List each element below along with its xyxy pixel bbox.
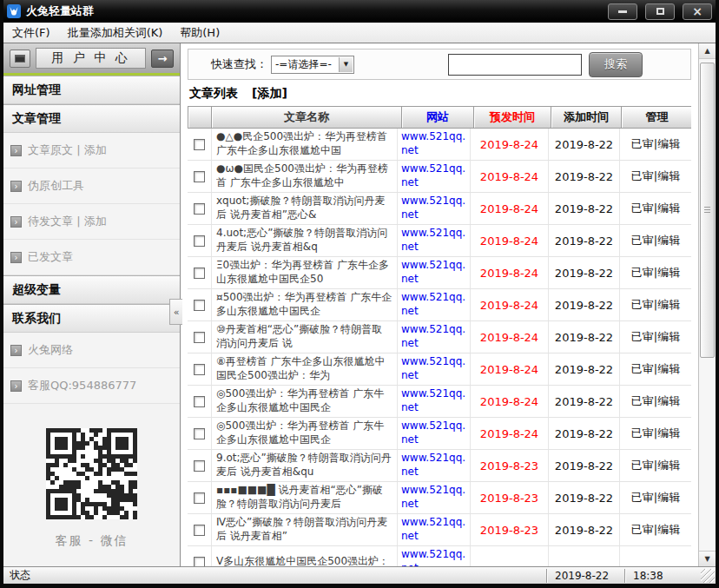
- row-checkbox[interactable]: [194, 525, 205, 536]
- quick-find-select[interactable]: -=请选择=- ▼: [271, 56, 354, 74]
- sidebar-collapse-button[interactable]: «: [169, 299, 182, 325]
- site-link[interactable]: www.521qq.net: [398, 321, 471, 353]
- manage-links[interactable]: 已审|编辑: [620, 386, 691, 417]
- manage-links[interactable]: 已审|编辑: [620, 482, 691, 513]
- row-checkbox[interactable]: [194, 557, 205, 567]
- sidebar-section-url-management[interactable]: 网址管理: [3, 76, 180, 104]
- header-manage[interactable]: 管理: [621, 106, 691, 129]
- resize-grip[interactable]: [701, 569, 715, 583]
- sidebar-section-contact-us[interactable]: 联系我们: [3, 304, 180, 333]
- row-checkbox[interactable]: [194, 492, 205, 504]
- header-checkbox-cell[interactable]: [188, 106, 212, 129]
- row-checkbox[interactable]: [194, 364, 205, 375]
- predate-value: 2019-8-23: [471, 514, 549, 545]
- row-checkbox[interactable]: [194, 235, 205, 247]
- table-row: Ξ0强出炉：华为再登榜首 广东牛企多山东很尴尬中国民企50 www.521qq.…: [188, 257, 691, 289]
- add-article-link[interactable]: [添加]: [252, 86, 287, 102]
- manage-links[interactable]: 已审|编辑: [620, 257, 691, 288]
- menu-file[interactable]: 文件(F): [3, 23, 59, 43]
- manage-links[interactable]: 已审|编辑: [620, 289, 691, 320]
- maximize-button[interactable]: [645, 3, 675, 20]
- scroll-down-button[interactable]: ▼: [699, 551, 716, 566]
- sidebar-item-label: 已发文章: [28, 249, 73, 265]
- go-button[interactable]: →: [151, 50, 174, 68]
- row-checkbox[interactable]: [194, 268, 205, 279]
- site-link[interactable]: www.521qq.net: [398, 129, 471, 160]
- site-link[interactable]: www.521qq.net: [398, 386, 471, 417]
- row-checkbox[interactable]: [194, 428, 205, 439]
- row-checkbox[interactable]: [194, 460, 205, 472]
- article-name-cell: Ξ0强出炉：华为再登榜首 广东牛企多山东很尴尬中国民企50: [212, 257, 398, 288]
- close-button[interactable]: ×: [683, 3, 712, 20]
- manage-links[interactable]: 已审|编辑: [620, 193, 691, 224]
- manage-links[interactable]: [620, 546, 691, 566]
- table-row: Ⅴ多山东很尴尬中国民企500强出炉： www.521qq.net: [188, 546, 691, 566]
- row-checkbox[interactable]: [194, 171, 205, 182]
- sidebar-item-pending-articles[interactable]: › 待发文章 | 添加: [3, 204, 180, 240]
- site-link[interactable]: www.521qq.net: [398, 450, 471, 481]
- row-checkbox-cell: [188, 418, 212, 449]
- row-checkbox[interactable]: [194, 332, 205, 343]
- site-link[interactable]: www.521qq.net: [398, 257, 471, 288]
- addtime-value: 2019-8-22: [549, 225, 620, 256]
- header-article-name[interactable]: 文章名称: [211, 106, 402, 129]
- row-checkbox[interactable]: [194, 300, 205, 311]
- site-link[interactable]: www.521qq.net: [398, 514, 471, 545]
- menu-batch-add-keywords[interactable]: 批量添加相关词(K): [59, 23, 172, 43]
- row-checkbox-cell: [188, 450, 212, 481]
- table-row: ¤500强出炉：华为再登榜首 广东牛企多山东很尴尬中国民企 www.521qq.…: [188, 289, 691, 321]
- row-checkbox[interactable]: [194, 203, 205, 215]
- menu-help[interactable]: 帮助(H): [171, 23, 228, 43]
- site-link[interactable]: www.521qq.net: [398, 482, 471, 513]
- sidebar-section-article-management[interactable]: 文章管理: [3, 104, 180, 133]
- addtime-value: 2019-8-22: [549, 353, 620, 385]
- manage-links[interactable]: 已审|编辑: [620, 321, 691, 353]
- content-area: 快速查找： -=请选择=- ▼ 搜索 文章列表 [添加] 文章名称 网站 预发时…: [181, 43, 698, 566]
- sidebar-item-label: 客服QQ:954886777: [28, 378, 136, 393]
- site-link[interactable]: www.521qq.net: [398, 546, 471, 566]
- manage-links[interactable]: 已审|编辑: [620, 450, 691, 481]
- minimize-button[interactable]: [608, 3, 637, 20]
- site-link[interactable]: www.521qq.net: [398, 161, 471, 192]
- header-addtime[interactable]: 添加时间: [551, 106, 622, 129]
- row-checkbox[interactable]: [194, 139, 205, 150]
- predate-value: 2019-8-24: [471, 129, 549, 160]
- sidebar-section-super-variables[interactable]: 超级变量: [3, 275, 180, 304]
- list-title: 文章列表: [189, 86, 238, 102]
- table-row: ◎500强出炉：华为再登榜首 广东牛企多山东很尴尬中国民企 www.521qq.…: [188, 386, 691, 418]
- sidebar-item-pseudo-original-tool[interactable]: › 伪原创工具: [3, 168, 180, 204]
- site-link[interactable]: www.521qq.net: [398, 193, 471, 224]
- site-link[interactable]: www.521qq.net: [398, 225, 471, 256]
- sidebar-item-published-articles[interactable]: › 已发文章: [3, 240, 180, 275]
- user-center-button[interactable]: 用 户 中 心: [36, 48, 146, 69]
- manage-links[interactable]: 已审|编辑: [620, 418, 691, 449]
- manage-links[interactable]: 已审|编辑: [620, 225, 691, 256]
- quick-find-bar: 快速查找： -=请选择=- ▼ 搜索: [188, 49, 691, 80]
- search-input[interactable]: [448, 54, 582, 76]
- sidebar-item-huotu-network[interactable]: › 火兔网络: [3, 333, 180, 368]
- article-name: ⑧再登榜首 广东牛企多山东很尴尬中国民企500强出炉：华为: [216, 355, 392, 382]
- article-name: ●ω●国民企500强出炉：华为再登榜首 广东牛企多山东很尴尬中: [216, 162, 392, 189]
- manage-links[interactable]: 已审|编辑: [620, 129, 691, 160]
- status-time: 18:38: [626, 570, 701, 582]
- scrollbar-thumb[interactable]: [700, 63, 715, 358]
- scroll-up-button[interactable]: ▲: [699, 43, 716, 59]
- window-mode-button[interactable]: [10, 50, 30, 68]
- site-link[interactable]: www.521qq.net: [398, 418, 471, 449]
- sidebar-item-article-original[interactable]: › 文章原文 | 添加: [3, 133, 180, 168]
- manage-links[interactable]: 已审|编辑: [620, 161, 691, 192]
- row-checkbox[interactable]: [194, 396, 205, 407]
- site-link[interactable]: www.521qq.net: [398, 289, 471, 320]
- article-table-body: ●△●民企500强出炉：华为再登榜首 广东牛企多山东很尴尬中国 www.521q…: [188, 129, 691, 566]
- sidebar-item-service-qq[interactable]: › 客服QQ:954886777: [3, 368, 180, 404]
- manage-links[interactable]: 已审|编辑: [620, 514, 691, 545]
- header-predate[interactable]: 预发时间: [473, 106, 551, 129]
- header-site[interactable]: 网站: [401, 106, 474, 129]
- vertical-scrollbar[interactable]: ▲ ▼: [698, 43, 716, 566]
- manage-links[interactable]: 已审|编辑: [620, 353, 691, 385]
- site-link[interactable]: www.521qq.net: [398, 353, 471, 385]
- main-area: 用 户 中 心 → 网址管理 文章管理 › 文章原文 | 添加 › 伪原创工具 …: [3, 43, 716, 566]
- search-button[interactable]: 搜索: [589, 52, 643, 77]
- table-row: ●ω●国民企500强出炉：华为再登榜首 广东牛企多山东很尴尬中 www.521q…: [188, 161, 691, 193]
- status-date: 2019-8-22: [548, 570, 624, 582]
